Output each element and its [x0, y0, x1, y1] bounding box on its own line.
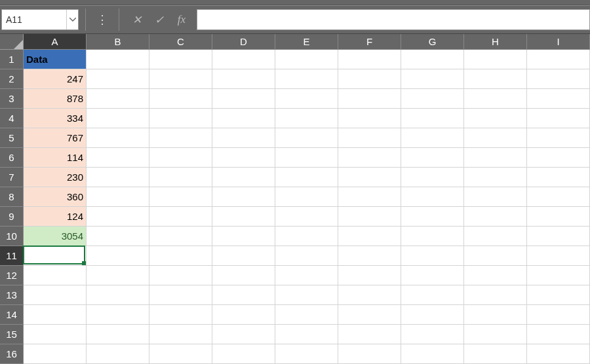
cell[interactable] [527, 325, 590, 344]
cell[interactable] [464, 344, 527, 364]
cell[interactable] [24, 266, 87, 285]
row-header[interactable]: 4 [0, 109, 24, 128]
cell[interactable] [464, 148, 527, 168]
cell[interactable] [527, 207, 590, 227]
cell[interactable] [338, 148, 401, 168]
cell[interactable] [464, 69, 527, 89]
cell[interactable] [275, 285, 338, 305]
cell[interactable] [275, 325, 338, 344]
cell[interactable] [275, 305, 338, 325]
cell[interactable] [212, 89, 275, 109]
cancel-button[interactable]: ✕ [126, 9, 148, 31]
column-header[interactable]: I [527, 34, 590, 50]
cell[interactable] [87, 109, 149, 128]
cell[interactable]: 114 [24, 148, 87, 168]
column-header[interactable]: G [401, 34, 464, 50]
cell[interactable] [87, 50, 149, 69]
cell[interactable] [275, 168, 338, 187]
cell[interactable] [338, 227, 401, 246]
row-header[interactable]: 11 [0, 246, 24, 266]
row-header[interactable]: 9 [0, 207, 24, 227]
cell[interactable] [401, 266, 464, 285]
cell[interactable] [149, 148, 212, 168]
row-header[interactable]: 14 [0, 305, 24, 325]
row-header[interactable]: 16 [0, 344, 24, 364]
row-header[interactable]: 10 [0, 227, 24, 246]
cell[interactable] [338, 187, 401, 207]
row-header[interactable]: 5 [0, 128, 24, 148]
cell[interactable] [527, 128, 590, 148]
cell[interactable] [275, 109, 338, 128]
cell[interactable]: 878 [24, 89, 87, 109]
cell[interactable]: 767 [24, 128, 87, 148]
cell[interactable] [87, 187, 149, 207]
cell[interactable] [338, 168, 401, 187]
cell[interactable] [527, 187, 590, 207]
column-header[interactable]: B [87, 34, 149, 50]
cell[interactable] [338, 109, 401, 128]
cell[interactable] [401, 227, 464, 246]
cell[interactable] [464, 89, 527, 109]
cell[interactable] [464, 227, 527, 246]
cell[interactable] [275, 148, 338, 168]
cell[interactable] [401, 246, 464, 266]
cell[interactable] [338, 246, 401, 266]
cell[interactable] [527, 344, 590, 364]
cell[interactable] [527, 148, 590, 168]
cell[interactable] [87, 168, 149, 187]
cell[interactable] [87, 207, 149, 227]
cell[interactable] [338, 69, 401, 89]
cell[interactable] [464, 266, 527, 285]
cell[interactable] [527, 109, 590, 128]
cell[interactable] [149, 69, 212, 89]
cell[interactable] [212, 227, 275, 246]
cell[interactable] [212, 168, 275, 187]
insert-function-button[interactable]: fx [170, 9, 193, 31]
cell[interactable] [87, 227, 149, 246]
cell[interactable] [87, 246, 149, 266]
cell[interactable]: 230 [24, 168, 87, 187]
row-header[interactable]: 13 [0, 285, 24, 305]
row-header[interactable]: 12 [0, 266, 24, 285]
cell[interactable] [87, 285, 149, 305]
cell[interactable] [212, 266, 275, 285]
cell[interactable] [275, 266, 338, 285]
row-header[interactable]: 7 [0, 168, 24, 187]
cell[interactable] [527, 246, 590, 266]
cell[interactable] [275, 246, 338, 266]
cell[interactable] [275, 227, 338, 246]
cell[interactable]: 247 [24, 69, 87, 89]
select-all-corner[interactable] [0, 34, 24, 50]
cell[interactable] [338, 285, 401, 305]
cell[interactable] [527, 305, 590, 325]
cell[interactable] [87, 69, 149, 89]
cell[interactable] [149, 187, 212, 207]
cell[interactable] [464, 187, 527, 207]
cell[interactable] [527, 266, 590, 285]
cell[interactable] [149, 89, 212, 109]
cell[interactable] [24, 285, 87, 305]
cell[interactable] [338, 207, 401, 227]
cell[interactable] [149, 344, 212, 364]
cell[interactable] [464, 109, 527, 128]
cell[interactable] [527, 69, 590, 89]
cell[interactable] [149, 109, 212, 128]
column-header[interactable]: F [338, 34, 401, 50]
cell[interactable] [338, 89, 401, 109]
cell[interactable] [212, 325, 275, 344]
cell[interactable] [464, 325, 527, 344]
accept-button[interactable]: ✓ [148, 9, 170, 31]
cell[interactable] [212, 207, 275, 227]
cell[interactable] [212, 109, 275, 128]
formula-input[interactable] [197, 10, 589, 29]
cell[interactable] [212, 187, 275, 207]
cell[interactable] [24, 325, 87, 344]
cell[interactable]: 360 [24, 187, 87, 207]
cell[interactable] [212, 344, 275, 364]
cell[interactable] [401, 168, 464, 187]
cell[interactable] [275, 50, 338, 69]
row-header[interactable]: 6 [0, 148, 24, 168]
cell[interactable] [149, 50, 212, 69]
cell[interactable] [87, 148, 149, 168]
cell[interactable] [275, 344, 338, 364]
